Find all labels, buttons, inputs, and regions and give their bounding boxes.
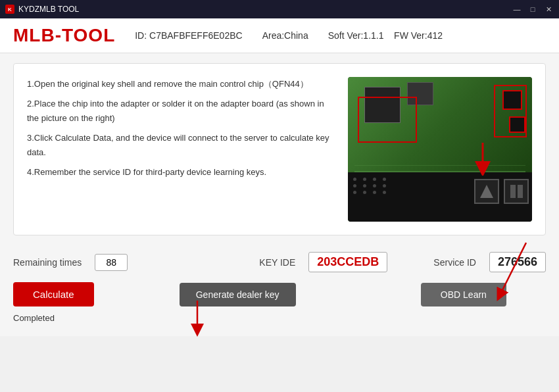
id-label: ID: [135, 30, 147, 41]
buttons-row: Calculate Generate dealer key OBD Learn [13, 276, 546, 310]
header: MLB-TOOL ID: C7BAFBFEFF6E02BC Area:China… [0, 18, 559, 53]
version-info: Soft Ver:1.1.1 FW Ver:412 [328, 30, 443, 41]
device-id: ID: C7BAFBFEFF6E02BC [135, 30, 242, 41]
area-info: Area:China [262, 30, 308, 41]
fw-ver: FW Ver:412 [394, 30, 443, 41]
close-button[interactable]: ✕ [543, 4, 554, 14]
key-ide-value: 203CCEDB [308, 252, 387, 272]
pcb-image [348, 77, 532, 222]
buttons-section: Calculate Generate dealer key OBD Learn [13, 276, 546, 310]
id-value: C7BAFBFEFF6E02BC [149, 30, 243, 41]
instruction-panel: 1.Open the original key shell and remove… [13, 63, 546, 235]
header-info: ID: C7BAFBFEFF6E02BC Area:China Soft Ver… [135, 30, 443, 41]
soft-ver: Soft Ver:1.1.1 [328, 30, 384, 41]
service-id-value: 276566 [489, 252, 546, 272]
titlebar-left: K KYDZMLB TOOL [5, 5, 79, 14]
app-icon: K [5, 5, 14, 14]
maximize-button[interactable]: □ [527, 4, 538, 14]
calculate-button[interactable]: Calculate [13, 282, 94, 306]
instruction-text: 1.Open the original key shell and remove… [27, 77, 335, 222]
minimize-button[interactable]: — [512, 4, 522, 14]
step1-text: 1.Open the original key shell and remove… [27, 77, 335, 91]
titlebar-title: KYDZMLB TOOL [18, 5, 79, 14]
remaining-value: 88 [95, 254, 128, 271]
status-bar: Completed [13, 310, 546, 326]
app-logo: MLB-TOOL [13, 25, 115, 46]
controls-row: Remaining times 88 KEY IDE 203CCEDB Serv… [13, 245, 546, 276]
titlebar: K KYDZMLB TOOL — □ ✕ [0, 0, 559, 18]
generate-dealer-button[interactable]: Generate dealer key [180, 283, 296, 306]
service-id-label: Service ID [433, 257, 476, 268]
step4-text: 4.Remember the service ID for third-part… [27, 165, 335, 180]
main-content: 1.Open the original key shell and remove… [0, 53, 559, 336]
status-text: Completed [13, 313, 55, 323]
obd-learn-button[interactable]: OBD Learn [421, 283, 506, 306]
remaining-label: Remaining times [13, 257, 82, 268]
pcb-board [348, 77, 532, 222]
pcb-arrow [470, 143, 496, 176]
titlebar-controls[interactable]: — □ ✕ [512, 4, 554, 14]
step3-text: 3.Click Calculate Data, and the device w… [27, 131, 335, 160]
step2-text: 2.Place the chip into the adapter or sol… [27, 97, 335, 126]
key-ide-label: KEY IDE [259, 257, 295, 268]
